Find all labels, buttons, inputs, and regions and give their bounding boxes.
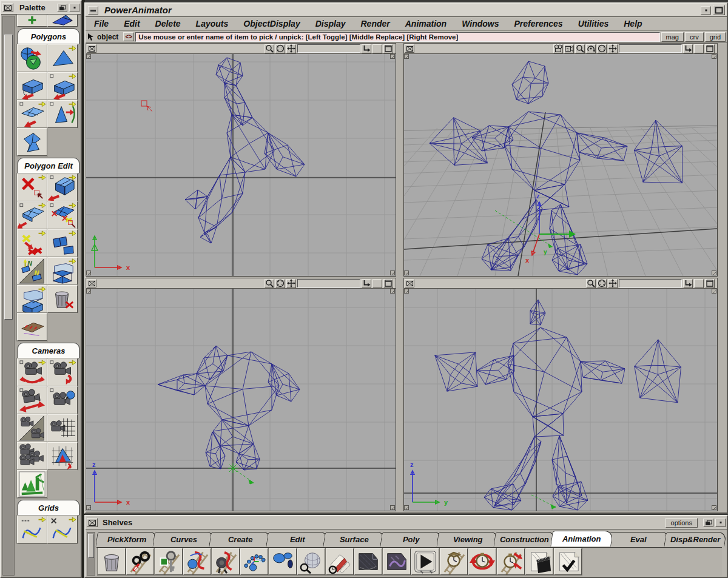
shelf-tab-animation[interactable]: Animation	[550, 531, 613, 546]
menu-animation[interactable]: Animation	[405, 19, 447, 29]
viewport-canvas-Persp[Camera][interactable]: yzx	[404, 54, 717, 276]
motion-trail-icon[interactable]	[240, 548, 268, 575]
corner-resize-icon[interactable]	[683, 279, 693, 288]
iris-icon[interactable]	[597, 44, 607, 53]
pe-trash-delete-icon[interactable]	[47, 285, 78, 313]
frame-count-button[interactable]	[372, 44, 382, 53]
pe-cube-stack-icon[interactable]	[17, 285, 47, 313]
viewport-canvas[interactable]: zy	[403, 289, 718, 511]
books-clock-icon[interactable]	[326, 548, 354, 575]
close-icon[interactable]	[2, 3, 13, 12]
options-button[interactable]: options	[666, 518, 698, 528]
pe-solid-cube-icon[interactable]	[47, 257, 78, 285]
menu-render[interactable]: Render	[360, 19, 389, 29]
film-purple-icon[interactable]	[383, 548, 411, 575]
titlebar-dot-icon[interactable]	[701, 6, 711, 15]
viewport-corner-handle[interactable]	[712, 289, 716, 294]
corner-resize-icon[interactable]	[362, 44, 371, 53]
pan-icon[interactable]	[608, 44, 618, 53]
pe-plane-marks-icon[interactable]	[17, 313, 47, 341]
frame-count-button[interactable]	[372, 279, 382, 288]
iris-icon[interactable]	[275, 44, 285, 53]
magnifier-model-icon[interactable]	[297, 548, 325, 575]
shelf-tab-edit[interactable]: Edit	[266, 532, 329, 546]
pe-delete-icon[interactable]	[17, 173, 47, 201]
viewport-corner-handle[interactable]	[712, 505, 716, 510]
palette-section-cameras[interactable]: Cameras	[18, 343, 79, 358]
menu-delete[interactable]: Delete	[155, 19, 181, 29]
shelf-tab-eval[interactable]: Eval	[607, 532, 670, 546]
palette-scrollbar[interactable]	[2, 16, 15, 576]
camcorder-icon[interactable]	[564, 44, 574, 53]
magnifier-icon[interactable]	[265, 44, 274, 53]
viewport-corner-handle[interactable]	[86, 289, 91, 294]
shelf-scroll-thumb[interactable]	[88, 534, 94, 558]
wireframe-creature[interactable]	[435, 300, 681, 510]
shelf-tab-curves[interactable]: Curves	[152, 532, 215, 546]
shelf-tab-surface[interactable]: Surface	[323, 532, 385, 546]
grid-x-squiggle-icon[interactable]	[47, 516, 78, 543]
poly-duplicate-box-icon[interactable]	[47, 72, 78, 100]
viewport-corner-handle[interactable]	[86, 54, 91, 59]
close-icon[interactable]	[87, 279, 96, 287]
cam-swap-icon[interactable]	[17, 414, 47, 442]
film-dark-icon[interactable]	[354, 548, 382, 575]
corner-resize-icon[interactable]	[683, 44, 693, 53]
viewport-canvas[interactable]: zx	[86, 289, 396, 511]
prompt-expander-button[interactable]: <>	[123, 32, 134, 41]
poly-partial-icon[interactable]	[47, 15, 78, 27]
minimize-icon[interactable]	[88, 6, 98, 15]
palette-scroll-thumb[interactable]	[4, 35, 13, 320]
prompt-mode-label[interactable]: object	[96, 33, 122, 41]
pane-icon[interactable]	[383, 44, 393, 53]
magnifier-icon[interactable]	[575, 44, 585, 53]
viewport-corner-handle[interactable]	[712, 54, 716, 59]
close-icon[interactable]	[405, 44, 414, 53]
prompt-mag-button[interactable]: mag	[661, 32, 684, 42]
stopwatch-path-icon[interactable]	[440, 548, 468, 575]
close-icon[interactable]	[405, 279, 414, 287]
viewport-titlebar[interactable]	[403, 278, 718, 289]
palette-section-polygon-edit[interactable]: Polygon Edit	[18, 158, 79, 173]
pane-icon[interactable]	[705, 279, 715, 288]
viewport-corner-handle[interactable]	[390, 271, 395, 275]
poly-create-triangle-icon[interactable]	[47, 44, 78, 72]
viewport-corner-handle[interactable]	[404, 505, 409, 510]
cam-grid-icon[interactable]	[47, 414, 78, 442]
viewport-corner-handle[interactable]	[404, 271, 409, 275]
shelf-tab-dispandrender[interactable]: Disp&Render	[664, 532, 727, 546]
pe-set-normals-icon[interactable]: NN	[17, 257, 47, 285]
shelf-tab-viewing[interactable]: Viewing	[437, 532, 499, 546]
shelf-tab-construction[interactable]: Construction	[493, 532, 556, 546]
poly-primitives-sphere-icon[interactable]	[17, 44, 47, 72]
cam-dolly-icon[interactable]	[17, 386, 47, 414]
spheres-pair-icon[interactable]	[269, 548, 297, 575]
viewport-canvas-Front[interactable]: zx	[86, 289, 396, 511]
iris-icon[interactable]	[597, 279, 607, 288]
zoom-mode-field[interactable]	[297, 279, 360, 287]
wireframe-creature[interactable]	[430, 61, 682, 275]
viewport-corner-handle[interactable]	[404, 54, 409, 59]
grid-dots-squiggle-icon[interactable]	[17, 516, 47, 543]
cam-scene-icon[interactable]	[17, 470, 47, 498]
zoom-mode-field[interactable]	[619, 279, 682, 287]
orbit-icon[interactable]	[586, 44, 596, 53]
viewport-canvas-Top[interactable]: x	[86, 54, 396, 276]
viewport-titlebar[interactable]	[403, 43, 718, 54]
pe-split-cube-icon[interactable]	[47, 173, 78, 201]
menu-edit[interactable]: Edit	[124, 19, 140, 29]
wireframe-creature[interactable]	[158, 346, 300, 470]
poly-move-plane-icon[interactable]	[17, 100, 47, 128]
viewport-canvas-Right[interactable]: zy	[404, 289, 717, 511]
close-icon[interactable]	[87, 518, 98, 527]
pe-subdivide-plane-icon[interactable]	[17, 201, 47, 229]
menu-objectdisplay[interactable]: ObjectDisplay	[243, 19, 300, 29]
palette-section-grids[interactable]: Grids	[18, 500, 79, 515]
shelf-tab-pickxform[interactable]: PickXform	[95, 532, 158, 546]
pe-merge-points-icon[interactable]	[47, 201, 78, 229]
shelf-scrollbar[interactable]	[87, 532, 95, 576]
play-button-icon[interactable]	[411, 548, 439, 575]
shelf-tab-create[interactable]: Create	[209, 532, 272, 546]
menu-file[interactable]: File	[94, 19, 109, 29]
corner-resize-icon[interactable]	[362, 279, 371, 288]
